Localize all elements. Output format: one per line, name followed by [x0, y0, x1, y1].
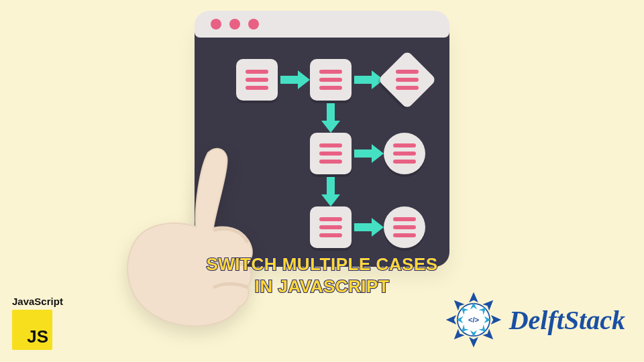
flow-node	[310, 59, 352, 101]
arrow-right-icon	[354, 223, 373, 231]
js-logo-icon: JS	[12, 310, 52, 350]
arrow-right-icon	[354, 149, 373, 158]
window-header	[195, 11, 449, 38]
title-line: in Javascript	[255, 276, 390, 296]
window-dot-icon	[229, 19, 240, 29]
javascript-badge: JavaScript JS	[12, 296, 79, 350]
flow-terminal	[384, 206, 425, 248]
window-dot-icon	[248, 19, 259, 29]
window-dot-icon	[211, 19, 221, 29]
flow-node	[310, 206, 352, 248]
js-label: JavaScript	[12, 296, 79, 307]
title-line: Switch Multiple Cases	[206, 254, 437, 274]
flow-node	[236, 59, 278, 101]
brand-glyph: </>	[468, 316, 480, 324]
mandala-icon: </>	[445, 291, 502, 349]
flow-node	[310, 133, 352, 174]
brand-logo: </> DelftStack	[445, 291, 625, 349]
pointing-hand-illustration	[114, 141, 268, 328]
brand-name: DelftStack	[509, 304, 625, 336]
flow-terminal	[384, 133, 425, 174]
arrow-right-icon	[354, 76, 373, 84]
arrow-down-icon	[327, 177, 335, 196]
flow-decision	[378, 50, 437, 109]
arrow-right-icon	[280, 76, 299, 84]
arrow-down-icon	[327, 103, 335, 122]
js-initials: JS	[27, 326, 48, 347]
